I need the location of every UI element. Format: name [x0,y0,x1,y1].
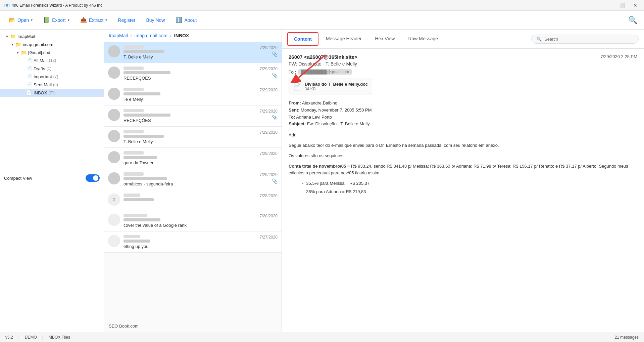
info-icon: ℹ️ [176,17,182,23]
breadcrumb-imap-mail[interactable]: ImapMail [109,33,128,38]
sidebar-item-imap-gmail[interactable]: ▼ 📁 imap.gmail.com [0,40,104,48]
breadcrumb-imap-gmail[interactable]: imap.gmail.com [135,33,167,38]
version-label: v5.2 [5,335,13,340]
open-dropdown-icon: ▾ [31,18,33,22]
list-item[interactable]: T. Belle e Melly 7/29/2020 [104,127,282,148]
avatar [108,67,120,79]
close-button[interactable]: ✕ [631,2,640,9]
email-list-footer-label: SEO Book.com [109,324,139,329]
mode-label: DEMO [25,335,37,340]
email-subject: lle e Melly [123,97,251,102]
email-item-content: etting up you [123,235,251,249]
list-item[interactable]: T. Belle e Melly 7/29/2020 📎 [104,42,282,63]
mbox-icon: 📄 [26,66,32,71]
open-button[interactable]: 📂 Open ▾ [4,14,37,26]
email-subject: cover the value of a Google rank [123,223,251,228]
email-from-address: 26007 <a26007@365ink.site> [289,54,357,60]
list-item[interactable]: lle e Melly 7/29/2020 [104,84,282,105]
bullet-item-2: - 38% para Adriana = R$ 219,83 [302,188,637,196]
email-item-meta: 7/29/2020 📎 [251,172,278,186]
toolbar: 📂 Open ▾ 📗 Export ▾ 📤 Extract ▾ Register… [0,11,644,30]
email-item-meta: 7/27/2020 [251,235,278,249]
breadcrumb-inbox[interactable]: INBOX [174,33,189,38]
body-financial: Conta total de novembro/05 = R$ 933,24, … [289,163,637,177]
list-item[interactable]: ormáticos - segunda-feira 7/29/2020 📎 [104,169,282,190]
sidebar-item-sent-mail[interactable]: ▼ 📄 Sent Mail (6) [0,81,104,89]
content-body: 26007 <a26007@365ink.site> 7/29/2020 2:2… [282,49,644,332]
email-date: 7/29/2020 [260,67,278,71]
breadcrumb-arrow-icon: › [170,33,171,38]
email-item-meta: 7/29/2020 [251,88,278,102]
sidebar-item-important[interactable]: ▼ 📄 Important (7) [0,73,104,81]
email-date: 7/29/2020 [260,172,278,177]
avatar [108,109,120,121]
email-subject: T. Belle e Melly [123,54,251,59]
email-subject: etting up you [123,244,251,249]
tab-message-header[interactable]: Message Header [320,33,368,45]
email-item-content [123,194,251,207]
body-to-line: To: Adriana Levi Porto [289,114,637,121]
bullet-text-2: 38% para Adriana = R$ 219,83 [306,188,366,196]
open-icon: 📂 [9,17,15,23]
email-subject: T. Belle e Melly [123,139,251,144]
attachment-box[interactable]: 📄 Divisão do T_Belle e Melly.doc 34 KB [289,79,372,94]
folder-icon: 📁 [10,34,16,39]
email-item-meta: 7/29/2020 [251,151,278,165]
email-from-blurred [123,45,144,49]
list-item[interactable]: cover the value of a Google rank 7/28/20… [104,210,282,231]
main-layout: ▼ 📁 ImapMail ▼ 📁 imap.gmail.com ▼ 📁 [Gma… [0,30,644,332]
attachment-name: Divisão do T_Belle e Melly.doc [305,82,368,87]
extract-button[interactable]: 📤 Extract ▾ [76,14,112,26]
minimize-button[interactable]: — [604,2,614,9]
status-bar: v5.2 | DEMO | MBOX Files 21 messages [0,332,644,342]
about-button[interactable]: ℹ️ About [171,14,201,26]
avatar [108,214,120,226]
list-item[interactable]: guro da Towner 7/29/2020 [104,148,282,169]
collapse-arrow-icon: ▼ [16,51,19,54]
bullet-text-1: 35,5% para Melissa = R$ 205,37 [306,180,369,187]
sidebar-item-gmail-sbd[interactable]: ▼ 📁 [Gmail].sbd [0,48,104,56]
email-item-content: cover the value of a Google rank [123,214,251,228]
compact-view-toggle[interactable] [86,174,100,182]
export-dropdown-icon: ▾ [68,18,69,22]
mbox-icon: 📄 [26,90,32,95]
sidebar-item-inbox[interactable]: ▼ 📄 INBOX (21) [0,89,104,97]
sidebar-item-all-mail[interactable]: ▼ 📄 All Mail (12) [0,56,104,65]
breadcrumb-arrow-icon: › [131,33,132,38]
email-list: ImapMail › imap.gmail.com › INBOX T. Bel… [104,30,282,332]
folder-icon: 📁 [15,42,21,47]
email-item-meta: 7/29/2020 📎 [251,45,278,59]
bullet-dash-icon: - [302,180,303,187]
list-item[interactable]: RECEPÇÕES 7/29/2020 📎 [104,105,282,127]
email-date: 7/29/2020 [260,109,278,114]
tab-content[interactable]: Content [287,32,318,46]
sidebar-item-drafts[interactable]: ▼ 📄 Drafts (1) [0,65,104,73]
export-button[interactable]: 📗 Export ▾ [39,14,74,26]
list-item[interactable]: etting up you 7/27/2020 [104,231,282,253]
email-item-content: RECEPÇÕES [123,109,251,123]
body-paragraph-2: Os valores são os seguintes: [289,153,637,160]
register-button[interactable]: Register [113,15,140,26]
tab-hex-view[interactable]: Hex View [369,33,401,45]
email-body: From: Alexandre.Balbino Sent: Monday, No… [289,100,637,196]
tab-raw-message[interactable]: Raw Message [402,33,444,45]
email-list-header: ImapMail › imap.gmail.com › INBOX [104,30,282,42]
buy-now-button[interactable]: Buy Now [141,15,169,26]
collapse-arrow-icon: ▼ [11,43,14,46]
search-input[interactable] [544,37,634,42]
body-greeting: Adri [289,132,637,139]
global-search-button[interactable]: 🔍 [626,13,640,27]
email-subject-line: FW: Dissolução - T. Belle e Melly [289,61,637,67]
email-item-content: T. Belle e Melly [123,130,251,144]
attachment-icon: 📎 [272,115,278,120]
compact-view-bar: Compact View [0,171,104,185]
sidebar-item-imap-mail[interactable]: ▼ 📁 ImapMail [0,32,104,40]
email-item-content: guro da Towner [123,151,251,165]
maximize-button[interactable]: ⬜ [617,2,628,9]
to-label: To : [289,70,296,75]
list-item[interactable]: G 7/28/2020 [104,190,282,210]
mbox-icon: 📄 [26,58,32,63]
sidebar: ▼ 📁 ImapMail ▼ 📁 imap.gmail.com ▼ 📁 [Gma… [0,30,104,332]
mbox-icon: 📄 [26,82,32,87]
list-item[interactable]: RECEPÇÕES 7/29/2020 📎 [104,63,282,84]
